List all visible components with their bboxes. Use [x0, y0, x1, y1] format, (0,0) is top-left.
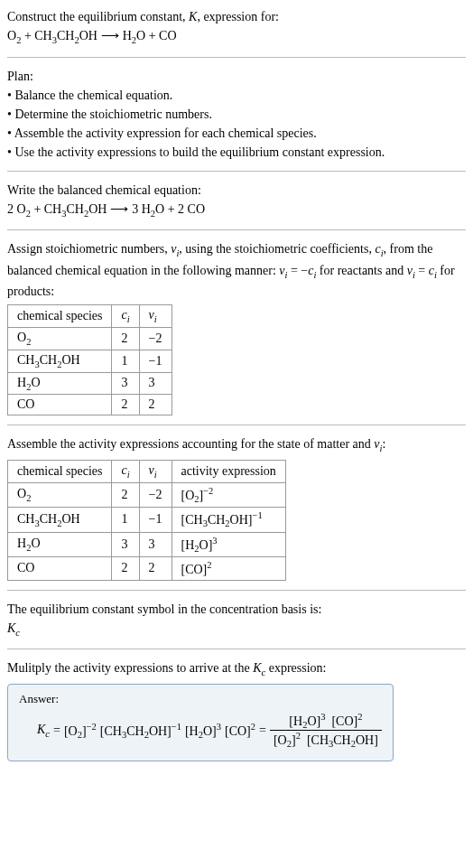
- cell-ci: 2: [112, 395, 139, 415]
- plan-block: Plan: • Balance the chemical equation. •…: [7, 67, 466, 162]
- cell-nui: −2: [139, 482, 172, 507]
- divider: [7, 425, 466, 425]
- kc-symbol-block: The equilibrium constant symbol in the c…: [7, 600, 466, 640]
- term-ethanol: [CH3CH2OH]−1: [100, 722, 181, 740]
- table-header-row: chemical species ci νi activity expressi…: [8, 460, 286, 482]
- kc-lhs: Kc: [37, 723, 50, 739]
- kc-text: The equilibrium constant symbol in the c…: [7, 600, 466, 619]
- species-o2: O2: [7, 29, 21, 42]
- term-co: [CO]2: [225, 722, 255, 739]
- intro-line1: Construct the equilibrium constant, K, e…: [7, 7, 466, 26]
- intro-text: Construct the equilibrium constant,: [7, 10, 189, 23]
- assign-text: Assign stoichiometric numbers, νi, using…: [7, 239, 466, 301]
- species-h2o: H2O: [142, 202, 165, 216]
- cell-ci: 2: [112, 482, 139, 507]
- table-row: H2O 3 3: [8, 372, 172, 395]
- cell-ci: 1: [112, 350, 139, 372]
- answer-box: Answer: Kc = [O2]−2 [CH3CH2OH]−1 [H2O]3 …: [7, 684, 394, 761]
- col-species: chemical species: [8, 305, 112, 328]
- answer-label: Answer:: [19, 692, 382, 706]
- divider: [7, 171, 466, 172]
- multiply-block: Mulitply the activity expressions to arr…: [7, 658, 466, 761]
- table-row: CH3CH2OH 1 −1: [8, 350, 172, 372]
- plan-bullet: • Determine the stoichiometric numbers.: [7, 105, 466, 124]
- activity-block: Assemble the activity expressions accoun…: [7, 434, 466, 580]
- balanced-block: Write the balanced chemical equation: 2 …: [7, 181, 466, 221]
- cell-activity: [O2]−2: [172, 482, 285, 507]
- equals: =: [53, 723, 60, 738]
- unbalanced-equation: O2 + CH3CH2OH ⟶ H2O + CO: [7, 26, 466, 48]
- answer-equation: Kc = [O2]−2 [CH3CH2OH]−1 [H2O]3 [CO]2 = …: [19, 712, 382, 750]
- col-activity: activity expression: [172, 460, 285, 482]
- assign-block: Assign stoichiometric numbers, νi, using…: [7, 239, 466, 415]
- table-row: O2 2 −2 [O2]−2: [8, 482, 286, 507]
- cell-nui: −1: [139, 508, 172, 532]
- table-row: O2 2 −2: [8, 327, 172, 350]
- cell-nui: 3: [139, 372, 172, 395]
- table-row: CO 2 2: [8, 395, 172, 415]
- cell-nui: 2: [139, 557, 172, 581]
- cell-ci: 3: [112, 532, 139, 556]
- species-o2: O2: [17, 202, 31, 216]
- cell-species: H2O: [8, 372, 112, 395]
- cell-nui: 3: [139, 532, 172, 556]
- col-nui: νi: [139, 460, 172, 482]
- cell-ci: 1: [112, 508, 139, 532]
- intro-suffix: , expression for:: [197, 10, 279, 23]
- plan-bullet: • Use the activity expressions to build …: [7, 143, 466, 162]
- plan-bullet: • Assemble the activity expression for e…: [7, 124, 466, 143]
- table-row: CO 2 2 [CO]2: [8, 557, 286, 581]
- multiply-text: Mulitply the activity expressions to arr…: [7, 658, 466, 680]
- cell-activity: [H2O]3: [172, 532, 285, 556]
- cell-species: CH3CH2OH: [8, 508, 112, 532]
- reaction-arrow: ⟶: [97, 28, 123, 42]
- cell-species: O2: [8, 327, 112, 350]
- col-ci: ci: [112, 460, 139, 482]
- plan-title: Plan:: [7, 67, 466, 86]
- col-species: chemical species: [8, 460, 112, 482]
- cell-nui: 2: [139, 395, 172, 415]
- intro-K: K: [189, 10, 197, 23]
- reaction-arrow: ⟶: [107, 201, 132, 216]
- balanced-equation: 2 O2 + CH3CH2OH ⟶ 3 H2O + 2 CO: [7, 200, 466, 221]
- cell-ci: 2: [112, 327, 139, 350]
- cell-species: H2O: [8, 532, 112, 556]
- cell-ci: 2: [112, 557, 139, 581]
- divider: [7, 229, 466, 230]
- activity-table: chemical species ci νi activity expressi…: [7, 460, 286, 581]
- cell-species: O2: [8, 482, 112, 507]
- cell-species: CH3CH2OH: [8, 350, 112, 372]
- cell-activity: [CO]2: [172, 557, 285, 581]
- cell-activity: [CH3CH2OH]−1: [172, 508, 285, 532]
- cell-nui: −2: [139, 327, 172, 350]
- activity-text: Assemble the activity expressions accoun…: [7, 434, 466, 456]
- term-o2: [O2]−2: [64, 722, 97, 740]
- table-row: CH3CH2OH 1 −1 [CH3CH2OH]−1: [8, 508, 286, 532]
- stoich-table: chemical species ci νi O2 2 −2 CH3CH2OH …: [7, 304, 172, 415]
- species-ethanol: CH3CH2OH: [34, 29, 97, 42]
- balanced-title: Write the balanced chemical equation:: [7, 181, 466, 200]
- species-co: CO: [159, 29, 176, 42]
- term-h2o: [H2O]3: [185, 722, 221, 740]
- species-co: CO: [188, 202, 205, 216]
- divider: [7, 590, 466, 591]
- cell-species: CO: [8, 557, 112, 581]
- fraction-denominator: [O2]2 [CH3CH2OH]: [270, 731, 382, 749]
- divider: [7, 649, 466, 649]
- fraction-numerator: [H2O]3 [CO]2: [270, 712, 382, 731]
- divider: [7, 57, 466, 58]
- cell-species: CO: [8, 395, 112, 415]
- table-header-row: chemical species ci νi: [8, 305, 172, 328]
- cell-nui: −1: [139, 350, 172, 372]
- kc-symbol: Kc: [7, 619, 466, 640]
- intro-block: Construct the equilibrium constant, K, e…: [7, 7, 466, 48]
- cell-ci: 3: [112, 372, 139, 395]
- table-row: H2O 3 3 [H2O]3: [8, 532, 286, 556]
- col-ci: ci: [112, 305, 139, 328]
- equals: =: [259, 723, 266, 738]
- kc-fraction: [H2O]3 [CO]2 [O2]2 [CH3CH2OH]: [270, 712, 382, 750]
- col-nui: νi: [139, 305, 172, 328]
- species-h2o: H2O: [123, 29, 146, 42]
- plan-bullet: • Balance the chemical equation.: [7, 86, 466, 105]
- species-ethanol: CH3CH2OH: [44, 202, 107, 216]
